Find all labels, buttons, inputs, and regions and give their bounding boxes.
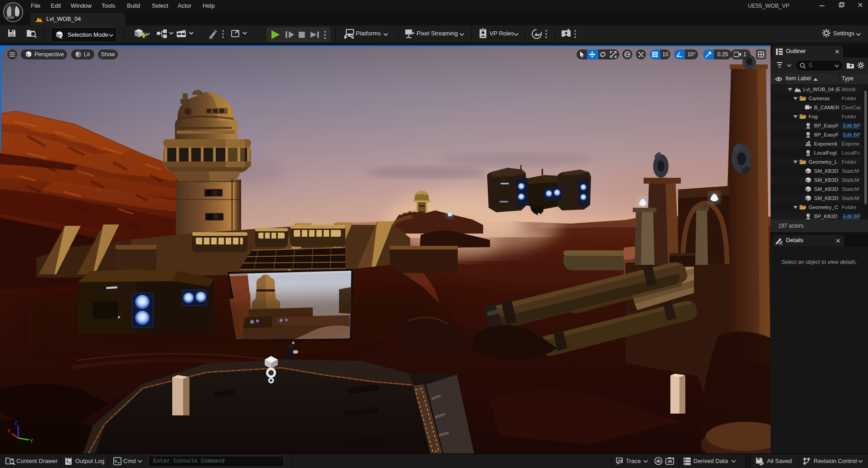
svg-text:X: X [7, 428, 11, 434]
svg-text:Z: Z [15, 420, 18, 425]
svg-text:Y: Y [30, 438, 34, 444]
